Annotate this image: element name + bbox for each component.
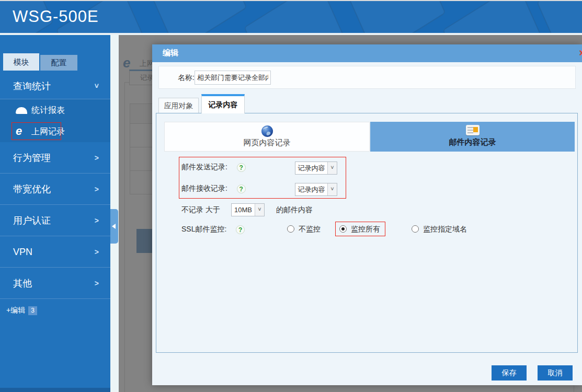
sidebar-edit-link[interactable]: +编辑3 xyxy=(6,306,37,315)
select-value: 10MB xyxy=(232,204,255,216)
app-title: WSG-500E xyxy=(13,7,99,26)
sidebar-menu: 查询统计 ˅ 统计报表 e 上网记录 行为管理 > 带宽优化 > 用户认证 > … xyxy=(0,73,110,299)
option-label: 网页内容记录 xyxy=(165,138,369,148)
chevron-down-icon: ˅ xyxy=(95,73,99,99)
sidebar-item-label: 统计报表 xyxy=(31,106,65,114)
sidebar-item-auth[interactable]: 用户认证 > xyxy=(0,205,110,236)
tab-record-content[interactable]: 记录内容 xyxy=(201,94,245,113)
select-value: 记录内容 xyxy=(295,183,327,195)
size-limit-select[interactable]: 10MB ˅ xyxy=(231,203,265,216)
sidebar-item-label: 查询统计 xyxy=(13,81,51,91)
mail-send-record-row: 邮件发送记录: ? xyxy=(181,163,246,172)
help-icon[interactable]: ? xyxy=(237,185,246,193)
close-icon[interactable]: × xyxy=(579,48,582,58)
header-pattern xyxy=(349,1,446,34)
mail-recv-select[interactable]: 记录内容 ˅ xyxy=(295,183,337,196)
chevron-right-icon: > xyxy=(95,268,99,299)
header-pattern xyxy=(442,1,546,34)
option-label: 邮件内容记录 xyxy=(370,137,575,147)
web-content-record-option[interactable]: 网页内容记录 xyxy=(164,122,370,152)
sidebar-item-web-log[interactable]: e 上网记录 xyxy=(0,121,110,142)
sidebar-item-vpn[interactable]: VPN > xyxy=(0,236,110,268)
name-field-row: 名称: xyxy=(158,66,576,89)
save-button[interactable]: 保存 xyxy=(492,365,527,381)
app-header: WSG-500E xyxy=(0,1,582,34)
chevron-right-icon: > xyxy=(95,174,99,205)
mail-send-select[interactable]: 记录内容 ˅ xyxy=(295,162,337,175)
sidebar-submenu: 统计报表 e 上网记录 xyxy=(0,99,110,142)
sidebar-bottom-strip xyxy=(0,388,110,392)
sidebar-item-other[interactable]: 其他 > xyxy=(0,268,110,299)
radio-label: 监控所有 xyxy=(351,225,380,233)
select-value: 记录内容 xyxy=(295,162,327,174)
mail-send-label: 邮件发送记录: xyxy=(181,163,227,172)
size-limit-suffix: 的邮件内容 xyxy=(276,205,313,215)
record-content-panel: 网页内容记录 邮件内容记录 邮件发送记录: ? 记录内容 ˅ 邮件接收记录: ?… xyxy=(156,113,578,353)
mail-content-record-option[interactable]: 邮件内容记录 xyxy=(370,122,575,152)
chevron-right-icon: > xyxy=(95,142,99,174)
ssl-monitor-label: SSL邮件监控: xyxy=(181,225,226,234)
select-arrow-icon: ˅ xyxy=(255,204,264,216)
tab-apply-target[interactable]: 应用对象 xyxy=(158,98,199,113)
ssl-monitor-row: SSL邮件监控: ? xyxy=(181,225,245,234)
sidebar-item-label: 用户认证 xyxy=(13,215,51,226)
radio-monitor-domains[interactable]: 监控指定域名 xyxy=(412,225,467,234)
edit-count-badge: 3 xyxy=(28,306,37,315)
radio-label: 监控指定域名 xyxy=(423,225,467,233)
dialog-header: 编辑 × xyxy=(152,44,582,62)
radio-icon[interactable] xyxy=(412,225,419,233)
edit-link-label: +编辑 xyxy=(6,306,25,314)
chevron-right-icon: > xyxy=(95,205,99,236)
sidebar-tabs: 模块 配置 xyxy=(3,53,110,71)
header-pattern xyxy=(537,1,582,34)
edit-dialog: 编辑 × 名称: 应用对象 记录内容 网页内容记录 xyxy=(152,44,582,385)
mail-recv-label: 邮件接收记录: xyxy=(181,184,227,193)
name-input[interactable] xyxy=(195,71,271,85)
header-pattern xyxy=(244,1,347,34)
dialog-title: 编辑 xyxy=(163,48,178,58)
sidebar-item-query-stats[interactable]: 查询统计 ˅ xyxy=(0,73,110,99)
header-pattern xyxy=(151,1,247,34)
ie-browser-icon: e xyxy=(16,125,28,137)
radio-label: 不监控 xyxy=(299,225,321,233)
radio-monitor-all[interactable]: 监控所有 xyxy=(339,225,380,234)
help-icon[interactable]: ? xyxy=(237,163,246,172)
radio-no-monitor[interactable]: 不监控 xyxy=(287,225,321,234)
name-label: 名称: xyxy=(178,73,195,83)
report-chart-icon xyxy=(16,103,28,116)
select-arrow-icon: ˅ xyxy=(327,183,337,195)
collapse-arrow-icon xyxy=(112,224,116,229)
sidebar-item-behavior[interactable]: 行为管理 > xyxy=(0,142,110,174)
chevron-right-icon: > xyxy=(95,236,99,268)
sidebar-item-stats-report[interactable]: 统计报表 xyxy=(0,99,110,121)
cancel-button[interactable]: 取消 xyxy=(538,365,573,381)
sidebar-collapse-handle[interactable] xyxy=(110,209,118,244)
mail-recv-record-row: 邮件接收记录: ? xyxy=(181,184,246,193)
sidebar-item-label: 行为管理 xyxy=(13,153,51,163)
mail-card-icon xyxy=(466,125,480,135)
select-arrow-icon: ˅ xyxy=(327,162,337,174)
sidebar-item-label: 带宽优化 xyxy=(13,184,51,194)
size-limit-prefix: 不记录 大于 xyxy=(181,205,220,215)
globe-icon xyxy=(261,125,273,137)
sidebar-item-label: 其他 xyxy=(13,278,32,289)
sidebar-item-bandwidth[interactable]: 带宽优化 > xyxy=(0,174,110,205)
sidebar-tab-config[interactable]: 配置 xyxy=(40,55,77,71)
sidebar-item-label: 上网记录 xyxy=(31,127,65,136)
radio-icon[interactable] xyxy=(287,225,294,233)
sidebar-item-label: VPN xyxy=(13,247,32,257)
radio-checked-icon[interactable] xyxy=(339,225,347,233)
sidebar: 模块 配置 查询统计 ˅ 统计报表 e 上网记录 行为管理 > 带宽优化 > 用… xyxy=(0,35,110,392)
help-icon[interactable]: ? xyxy=(236,225,245,234)
sidebar-tab-modules[interactable]: 模块 xyxy=(3,53,39,71)
